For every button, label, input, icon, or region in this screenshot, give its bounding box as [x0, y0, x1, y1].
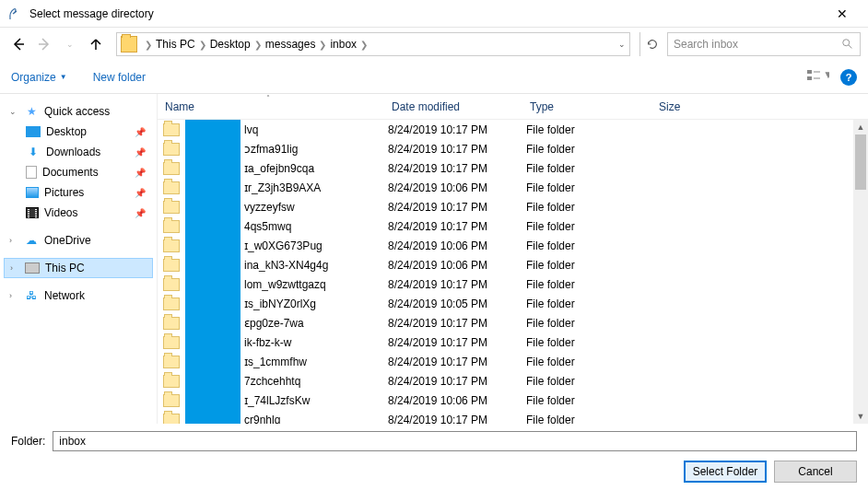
file-row[interactable]: ɪ_74lLJzfsKw8/24/2019 10:06 PMFile folde… — [158, 391, 868, 410]
file-date: 8/24/2019 10:17 PM — [388, 162, 526, 175]
breadcrumb-item[interactable]: inbox — [330, 38, 357, 51]
file-row[interactable]: ɪr_Z3jh3B9AXA8/24/2019 10:06 PMFile fold… — [158, 178, 868, 197]
file-type: File folder — [526, 298, 655, 310]
nav-tree: ⌄ ★ Quick access Desktop 📌 ⬇ Downloads 📌… — [0, 94, 157, 424]
file-row[interactable]: ina_kN3-XN4g4g8/24/2019 10:06 PMFile fol… — [158, 255, 868, 274]
file-list[interactable]: ▲ ▼ lvq8/24/2019 10:17 PMFile folderɔzfm… — [158, 120, 868, 424]
svg-text:▼: ▼ — [823, 68, 829, 81]
col-name[interactable]: Name — [165, 100, 392, 113]
redacted-block — [185, 332, 240, 352]
col-type[interactable]: Type — [530, 100, 659, 113]
tree-this-pc[interactable]: › This PC — [4, 258, 153, 278]
redacted-block — [185, 371, 240, 391]
tree-onedrive[interactable]: › ☁ OneDrive — [4, 230, 153, 251]
back-button[interactable] — [7, 33, 29, 55]
file-date: 8/24/2019 10:17 PM — [388, 375, 526, 388]
refresh-button[interactable] — [639, 32, 663, 56]
view-options-button[interactable]: ▼ — [807, 68, 829, 86]
dialog-footer: Folder: Select Folder Cancel — [0, 424, 868, 490]
file-date: 8/24/2019 10:06 PM — [388, 181, 526, 194]
file-row[interactable]: 7zchcehhtq8/24/2019 10:17 PMFile folder — [158, 371, 868, 391]
tree-videos[interactable]: Videos 📌 — [4, 203, 153, 223]
tree-network[interactable]: › 🖧 Network — [4, 286, 153, 306]
folder-icon — [163, 239, 180, 252]
file-type: File folder — [526, 394, 655, 407]
breadcrumb-item[interactable]: messages — [265, 38, 316, 51]
file-date: 8/24/2019 10:17 PM — [388, 356, 526, 368]
chevron-right-icon[interactable]: › — [9, 236, 18, 245]
redacted-block — [185, 410, 240, 424]
folder-name-input[interactable] — [53, 431, 857, 451]
file-type: File folder — [526, 414, 655, 425]
recent-dropdown[interactable]: ⌄ — [59, 33, 81, 55]
file-row[interactable]: lvq8/24/2019 10:17 PMFile folder — [158, 120, 868, 139]
up-button[interactable] — [85, 33, 107, 55]
desktop-icon — [26, 126, 41, 137]
folder-label: Folder: — [11, 435, 45, 448]
search-input[interactable]: Search inbox — [667, 32, 861, 56]
file-row[interactable]: ɪs_ibNYZ0rlXg8/24/2019 10:05 PMFile fold… — [158, 294, 868, 313]
close-button[interactable]: ✕ — [824, 6, 861, 21]
file-type: File folder — [526, 375, 655, 388]
file-date: 8/24/2019 10:17 PM — [388, 220, 526, 233]
help-button[interactable]: ? — [840, 69, 857, 86]
file-row[interactable]: lom_w9zwttgazq8/24/2019 10:17 PMFile fol… — [158, 274, 868, 294]
file-date: 8/24/2019 10:17 PM — [388, 336, 526, 349]
tree-desktop[interactable]: Desktop 📌 — [4, 122, 153, 142]
file-type: File folder — [526, 317, 655, 330]
chevron-right-icon: ❯ — [319, 40, 326, 50]
cancel-button[interactable]: Cancel — [774, 461, 857, 483]
file-date: 8/24/2019 10:06 PM — [388, 394, 526, 407]
file-type: File folder — [526, 201, 655, 214]
breadcrumb-item[interactable]: This PC — [156, 38, 195, 51]
select-folder-button[interactable]: Select Folder — [684, 461, 767, 483]
file-row[interactable]: 4qs5mwq8/24/2019 10:17 PMFile folder — [158, 216, 868, 236]
tree-documents[interactable]: Documents 📌 — [4, 162, 153, 182]
tree-quick-access[interactable]: ⌄ ★ Quick access — [4, 101, 153, 122]
redacted-block — [185, 197, 240, 216]
chevron-down-icon[interactable]: ⌄ — [618, 40, 626, 49]
file-row[interactable]: ɪa_ofejbn9cqa8/24/2019 10:17 PMFile fold… — [158, 158, 868, 178]
new-folder-button[interactable]: New folder — [93, 71, 146, 84]
folder-icon — [163, 123, 180, 136]
file-row[interactable]: ɔzfma91lig8/24/2019 10:17 PMFile folder — [158, 139, 868, 158]
file-type: File folder — [526, 278, 655, 291]
svg-point-2 — [843, 40, 850, 46]
file-row[interactable]: vyzzeyfsw8/24/2019 10:17 PMFile folder — [158, 197, 868, 216]
download-icon: ⬇ — [26, 145, 41, 159]
redacted-block — [185, 294, 240, 313]
file-date: 8/24/2019 10:17 PM — [388, 317, 526, 330]
file-row[interactable]: ik-fbz-k-w8/24/2019 10:17 PMFile folder — [158, 332, 868, 352]
redacted-block — [185, 236, 240, 255]
forward-button[interactable] — [33, 33, 55, 55]
file-row[interactable]: cr9nhlq8/24/2019 10:17 PMFile folder — [158, 410, 868, 424]
tree-pictures[interactable]: Pictures 📌 — [4, 182, 153, 203]
file-type: File folder — [526, 356, 655, 368]
pin-icon: 📌 — [135, 208, 146, 218]
breadcrumb-item[interactable]: Desktop — [210, 38, 251, 51]
folder-icon — [121, 36, 137, 52]
chevron-right-icon[interactable]: › — [10, 263, 19, 273]
chevron-down-icon[interactable]: ⌄ — [9, 107, 18, 116]
file-row[interactable]: ɪs_1cmmfhw8/24/2019 10:17 PMFile folder — [158, 352, 868, 371]
file-type: File folder — [526, 143, 655, 156]
address-bar[interactable]: ❯ This PC ❯ Desktop ❯ messages ❯ inbox ❯… — [116, 32, 630, 56]
redacted-block — [185, 139, 240, 158]
svg-rect-5 — [807, 76, 812, 80]
search-icon — [841, 38, 854, 51]
pc-icon — [25, 262, 40, 274]
organize-button[interactable]: Organize ▼ — [11, 71, 67, 84]
col-date[interactable]: Date modified — [392, 100, 530, 113]
chevron-right-icon[interactable]: › — [9, 291, 18, 300]
folder-icon — [163, 201, 180, 214]
redacted-block — [185, 178, 240, 197]
redacted-block — [185, 255, 240, 274]
folder-icon — [163, 220, 180, 233]
file-row[interactable]: ɪ_w0XG673Pug8/24/2019 10:06 PMFile folde… — [158, 236, 868, 255]
file-row[interactable]: ɛpg0ze-7wa8/24/2019 10:17 PMFile folder — [158, 313, 868, 332]
tree-downloads[interactable]: ⬇ Downloads 📌 — [4, 142, 153, 162]
col-size[interactable]: Size — [659, 100, 733, 113]
app-icon — [7, 6, 22, 21]
svg-line-3 — [849, 45, 852, 49]
file-type: File folder — [526, 220, 655, 233]
